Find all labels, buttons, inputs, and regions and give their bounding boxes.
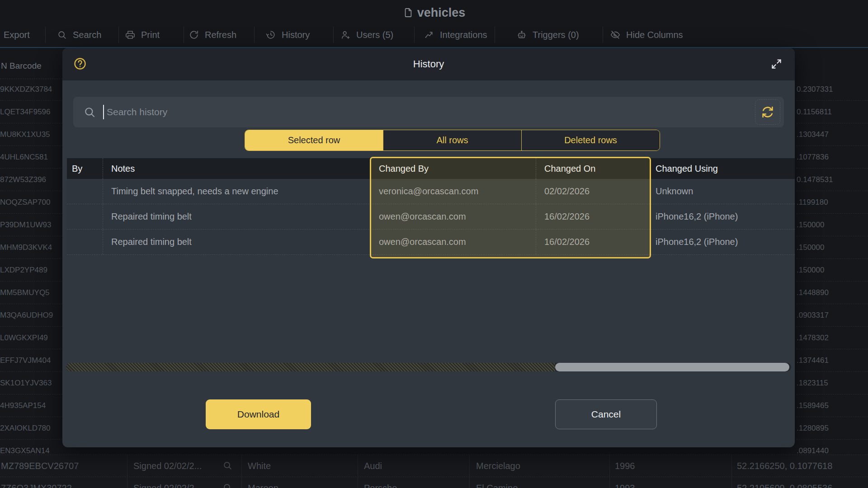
barcode-cell[interactable]: MU8KX1XU35	[0, 123, 62, 146]
column-header-changed_using: Changed Using	[647, 158, 795, 179]
history-row[interactable]: Timing belt snapped, needs a new enginev…	[67, 179, 795, 204]
barcode-cell[interactable]: M3QA6UDHO9	[0, 304, 62, 327]
toolbar-users[interactable]: Users (5)	[340, 26, 393, 44]
scrollbar-track-hatch	[66, 363, 555, 371]
barcode-cell[interactable]: 872W53Z396	[0, 169, 62, 191]
barcode-cell[interactable]: NOQZSAP700	[0, 191, 62, 214]
refresh-history-icon[interactable]	[755, 99, 780, 125]
toolbar-refresh[interactable]: Refresh	[189, 26, 236, 44]
location-cell[interactable]: .1303447	[797, 123, 868, 146]
cell-notes: Repaired timing belt	[103, 204, 371, 229]
cell-changed_using: iPhone16,2 (iPhone)	[647, 230, 795, 254]
expand-icon[interactable]	[770, 58, 783, 70]
barcode-cell[interactable]: 4UHL6NC581	[0, 146, 62, 169]
toolbar-search[interactable]: Search	[57, 26, 101, 44]
toolbar-integrations-label: Integrations	[440, 30, 487, 40]
text-caret	[103, 105, 104, 119]
year-cell: 1993	[615, 477, 635, 488]
cell-changed_on: 16/02/2026	[536, 230, 647, 254]
cell-by	[67, 179, 103, 204]
history-search-bar	[73, 97, 784, 127]
location-cell[interactable]: 0.2307331	[797, 78, 868, 101]
model-cell: El Camino	[476, 477, 518, 488]
column-divider	[469, 455, 470, 488]
location-cell[interactable]: .1280895	[797, 417, 868, 440]
location-cell[interactable]: .1589465	[797, 394, 868, 417]
year-cell: 1996	[615, 455, 635, 477]
location-cell[interactable]: .1199180	[797, 191, 868, 214]
history-table: ByNotesChanged ByChanged OnChanged Using…	[67, 158, 795, 255]
barcode-cell[interactable]: 4H935AP154	[0, 394, 62, 417]
toolbar-export[interactable]: Export	[4, 26, 30, 44]
cell-changed_using: iPhone16,2 (iPhone)	[647, 204, 795, 229]
make-cell: Porsche	[364, 477, 397, 488]
location-cell[interactable]: .1077836	[797, 146, 868, 169]
horizontal-scrollbar[interactable]	[66, 363, 791, 371]
refresh-icon	[189, 30, 199, 40]
location-cell[interactable]: .1823115	[797, 372, 868, 394]
location-cell[interactable]: .1478302	[797, 327, 868, 349]
barcode-cell[interactable]: L0WGKXPI49	[0, 327, 62, 349]
modal-header: History	[62, 48, 795, 80]
history-row[interactable]: Repaired timing beltowen@orcascan.com16/…	[67, 204, 795, 230]
search-icon	[83, 106, 96, 118]
barcode-cell[interactable]: SK1O1YJV363	[0, 372, 62, 394]
toolbar-search-label: Search	[73, 30, 101, 40]
tab-all-rows[interactable]: All rows	[383, 130, 521, 150]
location-cell[interactable]: .150000	[797, 236, 868, 259]
history-scope-tabs: Selected rowAll rowsDeleted rows	[245, 130, 660, 151]
history-row[interactable]: Repaired timing beltowen@orcascan.com16/…	[67, 230, 795, 255]
sheet-title: vehicles	[0, 4, 868, 22]
location-cell[interactable]: .150000	[797, 259, 868, 282]
signature-search-icon[interactable]	[222, 483, 232, 488]
barcode-cell[interactable]: MM5BMUYQ5	[0, 282, 62, 304]
location-cell[interactable]: .1374461	[797, 349, 868, 372]
table-row[interactable]: MZ789EBCV26707Signed 02/02/2...WhiteAudi…	[0, 455, 868, 477]
cell-changed_on: 02/02/2026	[536, 179, 647, 204]
tab-deleted-rows[interactable]: Deleted rows	[521, 130, 660, 150]
table-row[interactable]: 7Z6Q3JMX30722Signed 02/02/2MaroonPorsche…	[0, 477, 868, 488]
column-divider	[127, 455, 127, 488]
barcode-cell[interactable]: 2XAIOKLD780	[0, 417, 62, 440]
location-cell[interactable]: 0.1156811	[797, 101, 868, 123]
column-header-notes: Notes	[103, 158, 371, 179]
integrations-icon	[424, 30, 434, 40]
barcode-cell[interactable]: LQET34F9596	[0, 101, 62, 123]
cancel-button[interactable]: Cancel	[555, 399, 657, 429]
column-header-changed_on: Changed On	[536, 158, 647, 179]
toolbar-divider	[603, 27, 603, 43]
toolbar-export-label: Export	[4, 30, 30, 40]
location-cell[interactable]: 0.1478531	[797, 169, 868, 191]
scrollbar-thumb[interactable]	[555, 363, 789, 371]
toolbar-print[interactable]: Print	[125, 26, 160, 44]
document-icon	[403, 7, 414, 18]
toolbar-history[interactable]: History	[266, 26, 310, 44]
download-button[interactable]: Download	[206, 399, 311, 429]
sheet-title-label: vehicles	[417, 6, 466, 20]
cell-by	[67, 230, 103, 254]
toolbar-triggers[interactable]: Triggers (0)	[517, 26, 579, 44]
history-search-input[interactable]	[106, 106, 755, 118]
column-divider	[731, 455, 732, 488]
toolbar-integrations[interactable]: Integrations	[424, 26, 487, 44]
location-cell[interactable]: .150000	[797, 214, 868, 236]
barcode-cell[interactable]: P39DM1UW93	[0, 214, 62, 236]
toolbar-divider	[118, 27, 119, 43]
location-cell[interactable]: .1448890	[797, 282, 868, 304]
colour-cell: White	[248, 455, 271, 477]
toolbar-triggers-label: Triggers (0)	[533, 30, 579, 40]
toolbar-divider	[184, 27, 184, 43]
barcode-cell: MZ789EBCV26707	[1, 455, 79, 477]
toolbar-hide-columns-label: Hide Columns	[626, 30, 683, 40]
location-cell[interactable]: .0903317	[797, 304, 868, 327]
toolbar-hide-columns[interactable]: Hide Columns	[610, 26, 683, 44]
barcode-cell[interactable]: EFFJ7VJM404	[0, 349, 62, 372]
tab-selected-row[interactable]: Selected row	[245, 130, 383, 150]
toolbar-print-label: Print	[141, 30, 160, 40]
help-icon[interactable]	[73, 57, 88, 71]
barcode-cell[interactable]: MHM9D3KVK4	[0, 236, 62, 259]
barcode-cell[interactable]: 9KKXDZK3784	[0, 78, 62, 101]
column-divider	[609, 455, 610, 488]
barcode-cell[interactable]: LXDP2YP489	[0, 259, 62, 282]
toolbar-divider	[495, 27, 495, 43]
